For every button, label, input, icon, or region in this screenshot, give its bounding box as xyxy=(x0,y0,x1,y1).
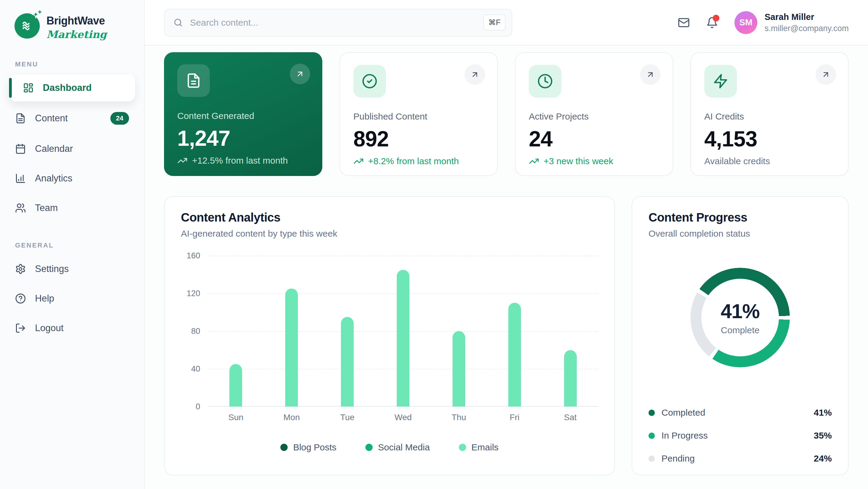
bar-mon[interactable] xyxy=(285,289,298,407)
stat-label: Active Projects xyxy=(529,111,659,122)
user-email: s.miller@company.com xyxy=(765,24,849,33)
sidebar-item-dashboard[interactable]: Dashboard xyxy=(9,74,135,102)
stat-value: 4,153 xyxy=(704,126,835,151)
legend-label: Completed xyxy=(661,407,705,418)
sidebar-item-label: Analytics xyxy=(35,173,72,184)
arrow-up-right-icon xyxy=(821,70,830,79)
sidebar-item-help[interactable]: Help xyxy=(9,285,135,312)
x-tick-label: Mon xyxy=(264,413,319,422)
panel-title: Content Analytics xyxy=(181,211,598,224)
bar-column xyxy=(375,256,431,407)
y-tick-label: 80 xyxy=(191,326,200,336)
sidebar-item-content[interactable]: Content 24 xyxy=(9,104,135,133)
stat-label: Content Generated xyxy=(177,111,309,121)
legend-dot xyxy=(459,444,466,451)
legend-value: 41% xyxy=(814,407,832,418)
stat-subtext: Available credits xyxy=(704,156,835,166)
trending-up-icon xyxy=(177,155,188,166)
x-tick-label: Sat xyxy=(542,413,598,422)
bar-sun[interactable] xyxy=(229,364,242,407)
stat-card-ai-credits: AI Credits 4,153 Available credits xyxy=(690,52,849,176)
menu-section-label: MENU xyxy=(15,60,135,68)
notifications-button[interactable] xyxy=(706,17,718,29)
x-tick-label: Wed xyxy=(375,413,431,422)
sidebar-item-analytics[interactable]: Analytics xyxy=(9,165,135,192)
brand-logo: BrightWave Marketing xyxy=(14,13,135,40)
file-text-icon xyxy=(186,73,202,88)
search-input[interactable] xyxy=(190,18,477,28)
sidebar: BrightWave Marketing MENU Dashboard Cont… xyxy=(0,0,145,489)
brand-name: BrightWave xyxy=(46,15,107,27)
panel-subtitle: AI-generated content by type this week xyxy=(181,229,598,239)
stat-value: 1,247 xyxy=(177,126,309,151)
plot-area xyxy=(208,256,598,407)
stat-label: AI Credits xyxy=(704,111,835,122)
sidebar-item-team[interactable]: Team xyxy=(9,194,135,222)
stats-row: Content Generated 1,247 +12.5% from last… xyxy=(164,52,849,176)
x-tick-label: Thu xyxy=(431,413,487,422)
panel-title: Content Progress xyxy=(649,211,832,224)
stat-open-button[interactable] xyxy=(640,64,660,85)
arrow-up-right-icon xyxy=(296,69,305,79)
legend-label: Emails xyxy=(471,442,499,453)
x-tick-label: Sun xyxy=(208,413,264,422)
sidebar-item-label: Settings xyxy=(35,263,69,275)
legend-label: Pending xyxy=(661,453,695,464)
stat-icon-tile xyxy=(529,65,561,97)
bar-column xyxy=(487,256,542,407)
y-tick-label: 160 xyxy=(187,251,200,260)
sidebar-item-settings[interactable]: Settings xyxy=(9,255,135,283)
bars xyxy=(208,256,598,407)
sidebar-item-label: Logout xyxy=(35,323,64,334)
x-tick-label: Fri xyxy=(487,413,542,422)
bar-thu[interactable] xyxy=(453,331,465,407)
stat-icon-tile xyxy=(177,64,210,97)
check-circle-icon xyxy=(362,74,377,89)
search-shortcut-chip: ⌘F xyxy=(483,15,506,30)
y-axis-labels: 16012080400 xyxy=(181,256,208,407)
progress-legend-row: Completed41% xyxy=(649,401,832,424)
legend-value: 24% xyxy=(814,453,832,464)
chart-legend: Blog PostsSocial MediaEmails xyxy=(181,442,598,453)
bar-wed[interactable] xyxy=(397,270,409,407)
content-analytics-panel: Content Analytics AI-generated content b… xyxy=(164,196,615,476)
content-count-badge: 24 xyxy=(110,112,129,125)
logout-icon xyxy=(15,323,26,334)
legend-item: Social Media xyxy=(365,442,430,453)
y-tick-label: 120 xyxy=(187,289,200,298)
progress-legend-row: In Progress35% xyxy=(649,424,832,447)
bar-column xyxy=(319,256,375,407)
gear-icon xyxy=(15,263,26,275)
search-icon xyxy=(173,18,183,28)
chart-column-icon xyxy=(15,173,26,184)
y-tick-label: 0 xyxy=(196,402,200,411)
stat-open-button[interactable] xyxy=(465,64,485,85)
user-menu[interactable]: SM Sarah Miller s.miller@company.com xyxy=(735,11,849,34)
messages-button[interactable] xyxy=(678,17,690,29)
bar-fri[interactable] xyxy=(508,303,521,407)
stat-card-content-generated: Content Generated 1,247 +12.5% from last… xyxy=(164,52,322,176)
progress-legend-row: Pending24% xyxy=(649,447,832,470)
sidebar-item-calendar[interactable]: Calendar xyxy=(9,135,135,163)
bar-tue[interactable] xyxy=(341,317,354,407)
sidebar-item-label: Help xyxy=(35,293,54,304)
search-bar[interactable]: ⌘F xyxy=(164,9,512,36)
stat-open-button[interactable] xyxy=(815,64,836,85)
clock-icon xyxy=(537,74,553,89)
notification-dot xyxy=(713,15,719,22)
sidebar-item-label: Team xyxy=(35,203,58,213)
stat-open-button[interactable] xyxy=(290,64,310,84)
bar-chart: 16012080400 SunMonTueWedThuFriSat xyxy=(181,256,598,422)
user-name: Sarah Miller xyxy=(765,12,849,22)
sidebar-item-logout[interactable]: Logout xyxy=(9,315,135,342)
avatar: SM xyxy=(735,11,757,34)
bar-sat[interactable] xyxy=(564,350,577,407)
legend-dot xyxy=(280,444,288,451)
brand-logo-icon xyxy=(14,13,40,39)
panel-subtitle: Overall completion status xyxy=(649,229,832,239)
legend-label: Social Media xyxy=(378,442,430,453)
sidebar-item-label: Calendar xyxy=(35,143,73,154)
progress-legend: Completed41%In Progress35%Pending24% xyxy=(649,401,832,470)
stat-trend: +3 new this week xyxy=(529,156,659,166)
x-tick-label: Tue xyxy=(319,413,375,422)
